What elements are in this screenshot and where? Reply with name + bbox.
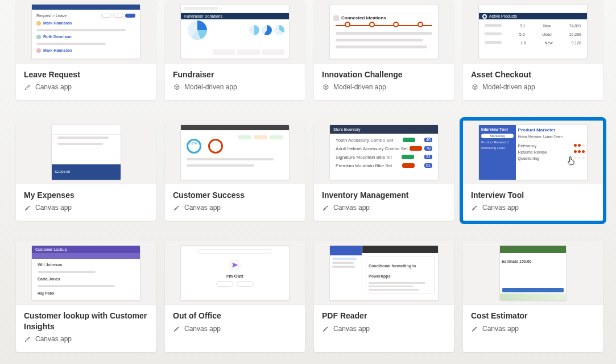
app-type: Model-driven app	[184, 83, 237, 91]
pencil-icon	[471, 325, 479, 333]
thumbnail: Customer Lookup Will Johnson Carla Jones…	[16, 241, 156, 305]
card-inventory-management[interactable]: Store Inventory Youth Accessory Combo Se…	[314, 121, 454, 221]
thumbnail: Conditional formatting in PowerApps	[314, 241, 454, 305]
card-innovation-challenge[interactable]: Connected Ideations Innovation Challenge	[314, 0, 454, 100]
thumbnail: Connected Ideations	[314, 0, 454, 64]
app-type: Canvas app	[35, 204, 72, 212]
thumbnail: Active Products 3.1New74,891 5.0Used16,2…	[463, 0, 603, 64]
pencil-icon	[173, 325, 181, 333]
model-icon	[471, 83, 479, 91]
card-title: Leave Request	[24, 69, 148, 80]
card-asset-checkout[interactable]: Active Products 3.1New74,891 5.0Used16,2…	[463, 0, 603, 100]
thumbnail: Request > Leave Mark Hannsion	[16, 0, 156, 64]
card-customer-success[interactable]: 61% Customer Success Canvas app	[165, 121, 305, 221]
app-type: Canvas app	[35, 335, 72, 343]
thumbnail: Fundraiser Donations	[165, 0, 305, 64]
card-out-of-office[interactable]: I'm Out! Out of Office Canvas app	[165, 241, 305, 351]
thumbnail: Interview Tool Marketing Product Researc…	[463, 121, 603, 184]
pencil-icon	[24, 335, 32, 343]
pencil-icon	[173, 204, 181, 212]
thumbnail: 61%	[165, 121, 305, 184]
app-type: Canvas app	[333, 204, 370, 212]
thumbnail: $2,394.50	[16, 121, 156, 184]
card-title: Customer lookup with Customer Insights	[24, 311, 148, 331]
card-pdf-reader[interactable]: Conditional formatting in PowerApps PDF …	[314, 241, 454, 351]
card-title: PDF Reader	[322, 311, 446, 321]
card-title: Cost Estimator	[471, 311, 595, 321]
app-type: Model-driven app	[482, 83, 535, 91]
card-title: Asset Checkout	[471, 69, 595, 80]
pencil-icon	[24, 204, 32, 212]
app-type: Canvas app	[333, 325, 370, 333]
model-icon	[322, 83, 330, 91]
thumbnail: Estimate 150.00	[463, 241, 603, 305]
app-gallery-grid: Request > Leave Mark Hannsion	[16, 0, 616, 352]
thumbnail: Store Inventory Youth Accessory Combo Se…	[314, 121, 454, 184]
pencil-icon	[24, 83, 32, 91]
card-title: Innovation Challenge	[322, 69, 446, 80]
card-title: Inventory Management	[322, 190, 446, 200]
app-type: Canvas app	[184, 204, 221, 212]
pencil-icon	[322, 325, 330, 333]
pencil-icon	[471, 204, 479, 212]
card-fundraiser[interactable]: Fundraiser Donations Fundraiser	[165, 0, 305, 100]
card-leave-request[interactable]: Request > Leave Mark Hannsion	[16, 0, 156, 100]
app-type: Model-driven app	[333, 83, 386, 91]
card-customer-lookup[interactable]: Customer Lookup Will Johnson Carla Jones…	[16, 241, 156, 351]
model-icon	[173, 83, 181, 91]
card-my-expenses[interactable]: $2,394.50 My Expenses Canvas app	[16, 121, 156, 221]
card-title: My Expenses	[24, 190, 148, 200]
thumbnail: I'm Out!	[165, 241, 305, 305]
app-type: Canvas app	[482, 204, 519, 212]
card-title: Customer Success	[173, 190, 297, 200]
app-type: Canvas app	[35, 83, 72, 91]
card-title: Out of Office	[173, 311, 297, 321]
card-title: Interview Tool	[471, 190, 595, 200]
pencil-icon	[322, 204, 330, 212]
app-type: Canvas app	[184, 325, 221, 333]
app-type: Canvas app	[482, 325, 519, 333]
card-title: Fundraiser	[173, 69, 297, 80]
card-interview-tool[interactable]: Interview Tool Marketing Product Researc…	[463, 121, 603, 221]
card-cost-estimator[interactable]: Estimate 150.00 Cost Estimator Canvas ap…	[463, 241, 603, 351]
